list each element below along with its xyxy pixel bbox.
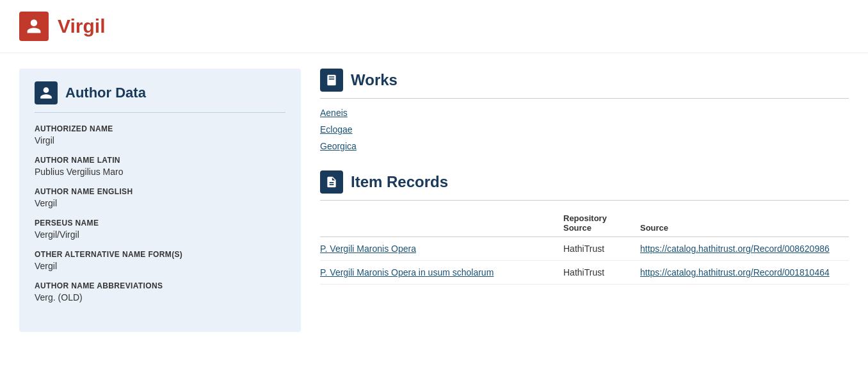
work-link[interactable]: Georgica <box>320 141 357 151</box>
author-section-icon-box <box>35 81 58 104</box>
table-row: P. Vergili Maronis OperaHathiTrusthttps:… <box>320 237 849 261</box>
field-value: Vergil/Virgil <box>35 229 285 240</box>
field-value: Vergil <box>35 198 285 208</box>
right-content: Works AeneisEclogaeGeorgica Item Records <box>320 69 849 285</box>
field-value: Vergil <box>35 261 285 271</box>
record-source-link[interactable]: https://catalog.hathitrust.org/Record/00… <box>640 267 830 278</box>
col-header-repo: Repository Source <box>563 210 640 237</box>
author-data-header: Author Data <box>35 81 285 104</box>
record-title-cell: P. Vergili Maronis Opera in usum scholar… <box>320 261 563 285</box>
works-divider <box>320 98 849 99</box>
document-icon <box>325 176 338 188</box>
record-source-cell: https://catalog.hathitrust.org/Record/00… <box>640 237 849 261</box>
author-field: AUTHOR NAME LATINPublius Vergilius Maro <box>35 156 285 177</box>
field-label: PERSEUS NAME <box>35 219 285 228</box>
field-label: OTHER ALTERNATIVE NAME FORM(S) <box>35 250 285 259</box>
author-data-sidebar: Author Data AUTHORIZED NAMEVirgilAUTHOR … <box>19 69 301 332</box>
item-records-icon-box <box>320 170 343 194</box>
record-title-link[interactable]: P. Vergili Maronis Opera <box>320 244 416 254</box>
field-value: Virgil <box>35 135 285 145</box>
works-list: AeneisEclogaeGeorgica <box>320 108 849 151</box>
field-label: AUTHOR NAME LATIN <box>35 156 285 165</box>
item-records-divider <box>320 200 849 201</box>
book-icon <box>325 74 338 87</box>
list-item: Georgica <box>320 141 849 151</box>
item-records-table: Repository Source Source P. Vergili Maro… <box>320 210 849 285</box>
table-header-row: Repository Source Source <box>320 210 849 237</box>
author-field: AUTHORIZED NAMEVirgil <box>35 124 285 145</box>
page-title: Virgil <box>58 15 105 37</box>
field-label: AUTHOR NAME ABBREVIATIONS <box>35 281 285 290</box>
works-title: Works <box>351 71 398 89</box>
col-header-title <box>320 210 563 237</box>
record-source-cell: https://catalog.hathitrust.org/Record/00… <box>640 261 849 285</box>
author-field: OTHER ALTERNATIVE NAME FORM(S)Vergil <box>35 250 285 271</box>
item-records-section: Item Records Repository Source Source P.… <box>320 170 849 285</box>
item-records-title: Item Records <box>351 173 448 191</box>
author-field: PERSEUS NAMEVergil/Virgil <box>35 219 285 240</box>
col-header-source: Source <box>640 210 849 237</box>
page-header: Virgil <box>0 0 868 53</box>
field-value: Publius Vergilius Maro <box>35 167 285 177</box>
record-source-link[interactable]: https://catalog.hathitrust.org/Record/00… <box>640 244 830 254</box>
record-repo-cell: HathiTrust <box>563 261 640 285</box>
author-field: AUTHOR NAME ABBREVIATIONSVerg. (OLD) <box>35 281 285 303</box>
record-repo-cell: HathiTrust <box>563 237 640 261</box>
main-layout: Author Data AUTHORIZED NAMEVirgilAUTHOR … <box>0 53 868 347</box>
table-head: Repository Source Source <box>320 210 849 237</box>
author-icon <box>39 86 53 100</box>
work-link[interactable]: Aeneis <box>320 108 348 118</box>
header-icon-box <box>19 12 49 41</box>
author-fields: AUTHORIZED NAMEVirgilAUTHOR NAME LATINPu… <box>35 124 285 303</box>
list-item: Eclogae <box>320 124 849 135</box>
works-icon-box <box>320 69 343 92</box>
list-item: Aeneis <box>320 108 849 118</box>
table-row: P. Vergili Maronis Opera in usum scholar… <box>320 261 849 285</box>
record-title-link[interactable]: P. Vergili Maronis Opera in usum scholar… <box>320 267 494 278</box>
field-label: AUTHORIZED NAME <box>35 124 285 133</box>
works-header: Works <box>320 69 849 92</box>
item-records-header: Item Records <box>320 170 849 194</box>
sidebar-divider <box>35 112 285 113</box>
table-body: P. Vergili Maronis OperaHathiTrusthttps:… <box>320 237 849 285</box>
record-title-cell: P. Vergili Maronis Opera <box>320 237 563 261</box>
field-value: Verg. (OLD) <box>35 292 285 303</box>
author-data-title: Author Data <box>65 85 146 101</box>
author-field: AUTHOR NAME ENGLISHVergil <box>35 187 285 208</box>
field-label: AUTHOR NAME ENGLISH <box>35 187 285 196</box>
work-link[interactable]: Eclogae <box>320 124 353 135</box>
works-section: Works AeneisEclogaeGeorgica <box>320 69 849 151</box>
person-icon <box>26 18 42 35</box>
